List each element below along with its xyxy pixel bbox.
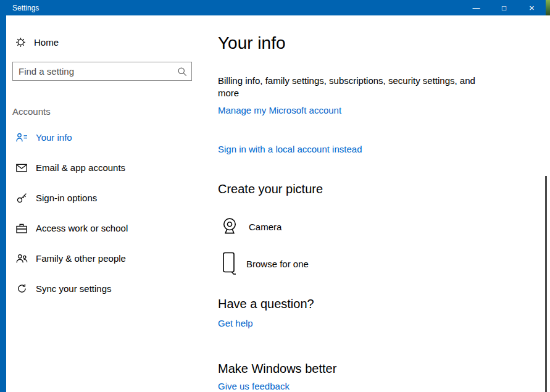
minimize-button[interactable]: — bbox=[462, 0, 490, 15]
sidebar-item-home[interactable]: Home bbox=[15, 33, 216, 51]
vertical-scrollbar-thumb[interactable] bbox=[545, 176, 547, 392]
manage-microsoft-account-link[interactable]: Manage my Microsoft account bbox=[218, 105, 341, 115]
people-icon bbox=[15, 254, 28, 263]
search-input[interactable] bbox=[13, 62, 191, 80]
desktop-background-sliver bbox=[546, 0, 550, 15]
sidebar-section-accounts: Accounts bbox=[12, 106, 216, 119]
camera-option[interactable]: Camera bbox=[218, 215, 508, 238]
give-us-feedback-link[interactable]: Give us feedback bbox=[218, 381, 290, 391]
key-icon bbox=[15, 193, 28, 203]
local-account-link[interactable]: Sign in with a local account instead bbox=[218, 144, 362, 154]
camera-icon bbox=[220, 217, 240, 236]
gear-icon bbox=[15, 37, 26, 48]
close-button[interactable]: × bbox=[518, 0, 546, 15]
have-a-question-heading: Have a question? bbox=[218, 296, 508, 312]
search-box bbox=[12, 62, 192, 81]
sidebar-item-label: Family & other people bbox=[36, 253, 126, 264]
email-icon bbox=[15, 164, 28, 172]
your-info-icon bbox=[15, 133, 28, 142]
left-edge-strip bbox=[0, 0, 6, 392]
sidebar-item-label: Email & app accounts bbox=[36, 162, 125, 173]
get-help-link[interactable]: Get help bbox=[218, 318, 253, 328]
sidebar-item-label: Sign-in options bbox=[36, 193, 97, 203]
sidebar-item-family-other-people[interactable]: Family & other people bbox=[6, 243, 216, 273]
page-title: Your info bbox=[218, 32, 508, 54]
sidebar-item-label: Access work or school bbox=[36, 223, 128, 233]
sidebar-home-label: Home bbox=[34, 37, 59, 48]
sidebar-item-sync-your-settings[interactable]: Sync your settings bbox=[6, 273, 216, 304]
sidebar-item-label: Your info bbox=[36, 132, 72, 143]
window-title: Settings bbox=[12, 4, 39, 12]
sidebar-item-sign-in-options[interactable]: Sign-in options bbox=[6, 183, 216, 213]
accounts-nav: Your info Email & app accounts bbox=[6, 122, 216, 304]
your-info-page: Your info Billing info, family settings,… bbox=[218, 15, 508, 392]
titlebar: Settings — □ × bbox=[0, 0, 550, 15]
sidebar-item-your-info[interactable]: Your info bbox=[6, 122, 216, 152]
make-windows-better-heading: Make Windows better bbox=[218, 361, 508, 377]
maximize-button[interactable]: □ bbox=[490, 0, 518, 15]
browse-for-picture-option[interactable]: Browse for one bbox=[218, 252, 508, 275]
caption-buttons: — □ × bbox=[462, 0, 546, 15]
browse-file-icon bbox=[222, 252, 237, 275]
search-icon[interactable] bbox=[177, 67, 187, 77]
browse-option-label: Browse for one bbox=[246, 259, 309, 269]
settings-sidebar: Home Accounts bbox=[6, 15, 216, 392]
camera-option-label: Camera bbox=[249, 222, 281, 232]
briefcase-icon bbox=[15, 223, 28, 233]
sidebar-item-label: Sync your settings bbox=[36, 283, 112, 294]
sync-icon bbox=[15, 283, 28, 294]
create-picture-heading: Create your picture bbox=[218, 181, 508, 197]
sidebar-item-email-accounts[interactable]: Email & app accounts bbox=[6, 152, 216, 183]
account-summary-text: Billing info, family settings, subscript… bbox=[218, 75, 490, 99]
sidebar-item-access-work-school[interactable]: Access work or school bbox=[6, 213, 216, 243]
